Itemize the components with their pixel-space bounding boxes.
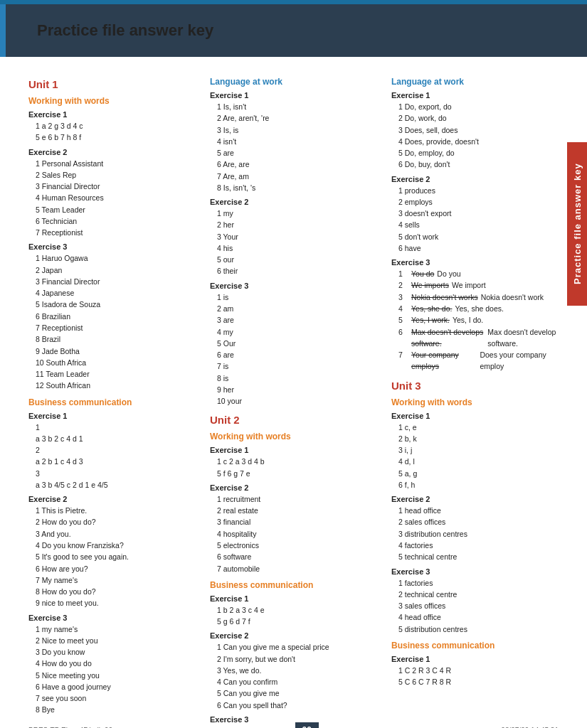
exercise-label: Exercise 1 [210, 91, 377, 100]
exercise-content: 1 my2 her3 Your4 his5 our6 their [210, 208, 377, 277]
exercise-line: 2 sales offices [398, 516, 559, 528]
strikethrough-text: Max doesn't develops software. [411, 326, 485, 350]
exercise-line: 5 e 6 b 7 h 8 f [36, 132, 196, 143]
exercise-line: 9 Jade Botha [36, 346, 196, 357]
header: Practice file answer key [0, 4, 587, 57]
exercise-line: 4 Can you confirm [217, 676, 377, 687]
column-col3: Language at workExercise 11 Do, export, … [391, 71, 559, 728]
exercise-line: 1 c, e [398, 422, 559, 433]
exercise-line: a 2 b 1 c 4 d 3 [36, 456, 196, 467]
exercise-line: 6 their [217, 265, 377, 277]
main-content: Unit 1Working with wordsExercise 11 a 2 … [0, 57, 587, 728]
correction-text: Yes, I do. [453, 314, 483, 326]
exercise-line: 2 Are, aren't, 're [217, 112, 377, 124]
exercise-line: 4 his [217, 242, 377, 254]
exercise-line: 4 Does, provide, doesn't [398, 136, 559, 147]
exercise-line: 2 Do, work, do [398, 112, 559, 124]
unit-title: Unit 1 [28, 78, 196, 90]
exercise-line: 3 i, j [398, 444, 559, 456]
exercise-label: Exercise 1 [391, 91, 559, 100]
exercise-line: 3 Financial Director [36, 276, 196, 287]
exercise-label: Exercise 1 [210, 446, 377, 454]
exercise-line: 6 Do, buy, don't [398, 159, 559, 170]
strikethrough-text: You do [411, 268, 434, 279]
exercise-content: 1You do Do you2We imports We import3Noki… [391, 268, 559, 372]
exercise-line: 2 I'm sorry, but we don't [217, 653, 377, 665]
exercise-line: 2 Nice to meet you [36, 635, 196, 646]
exercise-line: 6 Can you spell that? [217, 700, 377, 711]
exercise-line: 2 her [217, 219, 377, 230]
correction-text: Nokia doesn't work [481, 291, 544, 303]
exercise-line: 6 Technician [36, 215, 196, 227]
exercise-content: 1 c, e2 b, k3 i, j4 d, l5 a, g6 f, h [391, 422, 559, 491]
exercise-line: 2 technical centre [398, 589, 559, 600]
header-accent-bar [0, 4, 6, 57]
exercise-label: Exercise 3 [28, 614, 196, 622]
exercise-line: 7 Receptionist [36, 227, 196, 238]
exercise-line: 6 How are you? [36, 563, 196, 574]
exercise-content: 1 c 2 a 3 d 4 b5 f 6 g 7 e [210, 456, 377, 479]
page-title: Practice file answer key [28, 21, 559, 40]
exercise-label: Exercise 1 [391, 412, 559, 420]
exercise-line: 5 electronics [217, 540, 377, 551]
exercise-line: 5 It's good to see you again. [36, 551, 196, 562]
exercise-content: 1 head office2 sales offices3 distributi… [391, 505, 559, 562]
exercise-line: 10 South Africa [36, 357, 196, 368]
exercise-content: 1 recruitment2 real estate3 financial4 h… [210, 493, 377, 574]
exercise-line: 7Your company employs Does your company … [398, 349, 559, 373]
unit-title: Unit 2 [210, 414, 377, 426]
exercise-line: 2 Sales Rep [36, 169, 196, 181]
correction-text: We import [452, 279, 486, 291]
exercise-line: 2 Japan [36, 264, 196, 276]
exercise-line: 6 Have a good journey [36, 681, 196, 692]
exercise-label: Exercise 1 [28, 412, 196, 420]
exercise-line: 5 C 6 C 7 R 8 R [398, 676, 559, 687]
exercise-line: 8 Is, isn't, 's [217, 182, 377, 193]
section-title: Working with words [28, 96, 196, 106]
exercise-line: 6 have [398, 242, 559, 254]
correction-text: Do you [437, 268, 460, 279]
strikethrough-text: We imports [411, 279, 449, 291]
lang-title: Language at work [210, 77, 377, 87]
exercise-line: 5 Our [217, 338, 377, 349]
exercise-line: 8 Bye [36, 704, 196, 715]
exercise-content: 1 C 2 R 3 C 4 R5 C 6 C 7 R 8 R [391, 665, 559, 688]
exercise-line: 1 produces [398, 185, 559, 196]
exercise-line: 5 don't work [398, 231, 559, 242]
exercise-line: 5 Team Leader [36, 204, 196, 215]
exercise-line: 2 b, k [398, 433, 559, 444]
exercise-line: 1 my name's [36, 623, 196, 635]
exercise-label: Exercise 2 [391, 495, 559, 503]
section-title: Working with words [391, 397, 559, 407]
exercise-line: 1 head office [398, 505, 559, 516]
exercise-line: 3 Financial Director [36, 181, 196, 192]
strikethrough-text: Nokia doesn't works [411, 291, 478, 303]
exercise-line: 7 automobile [217, 563, 377, 574]
exercise-content: 1 This is Pietre.2 How do you do?3 And y… [28, 505, 196, 609]
exercise-line: 8 How do you do? [36, 586, 196, 597]
column-col1: Unit 1Working with wordsExercise 11 a 2 … [28, 71, 210, 728]
exercise-line: 6 Are, are [217, 159, 377, 170]
exercise-label: Exercise 2 [210, 198, 377, 206]
exercise-content: 1 Do, export, do2 Do, work, do3 Does, se… [391, 101, 559, 171]
exercise-label: Exercise 2 [28, 495, 196, 503]
exercise-line: 1 Is, isn't [217, 101, 377, 112]
exercise-line: 1 b 2 a 3 c 4 e [217, 604, 377, 616]
section-title: Business communication [210, 580, 377, 590]
exercise-line: 2We imports We import [398, 279, 559, 291]
exercise-line: 7 see you soon [36, 692, 196, 704]
strikethrough-text: Yes, I work. [411, 314, 450, 326]
exercise-line: 1 recruitment [217, 493, 377, 505]
exercise-line: 4 head office [398, 611, 559, 623]
exercise-line: 3 distribution centres [398, 528, 559, 540]
exercise-content: 1a 3 b 2 c 4 d 12a 2 b 1 c 4 d 33a 3 b 4… [28, 422, 196, 491]
exercise-line: 5 Can you give me [217, 687, 377, 699]
exercise-line: 5 g 6 d 7 f [217, 616, 377, 627]
exercise-content: 1 b 2 a 3 c 4 e5 g 6 d 7 f [210, 604, 377, 628]
exercise-line: 3 Does, sell, does [398, 124, 559, 136]
exercise-line: 5Yes, I work. Yes, I do. [398, 314, 559, 326]
exercise-line: 4 Human Resources [36, 192, 196, 203]
exercise-line: 6 Brazilian [36, 311, 196, 322]
exercise-line: 3Nokia doesn't works Nokia doesn't work [398, 291, 559, 303]
correction-text: Max doesn't develop software. [487, 326, 559, 350]
